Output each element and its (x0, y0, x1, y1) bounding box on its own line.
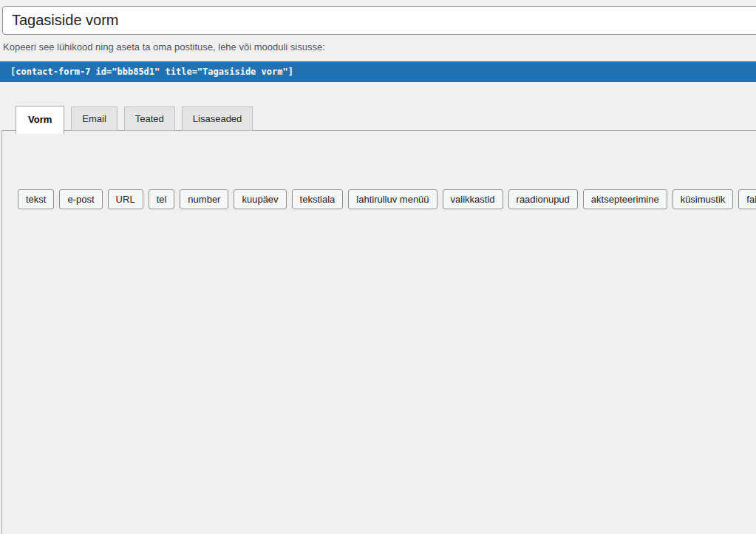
tag-button-url[interactable]: URL (108, 189, 143, 209)
editor-tabs: Vorm Email Teated Lisaseaded (16, 105, 259, 131)
tab-vorm[interactable]: Vorm (16, 106, 64, 134)
tag-button-e-post[interactable]: e-post (59, 189, 102, 209)
tag-button-lahtirulluv-menuu[interactable]: lahtirulluv menüü (348, 189, 437, 209)
shortcode-copy-hint: Kopeeri see lühikood ning aseta ta oma p… (3, 41, 325, 53)
tab-teated[interactable]: Teated (124, 107, 175, 131)
tag-button-tekst[interactable]: tekst (18, 189, 54, 209)
tag-generator-buttons: tekst e-post URL tel number kuupäev teks… (18, 189, 756, 209)
tag-button-raadionupud[interactable]: raadionupud (508, 189, 578, 209)
tab-email[interactable]: Email (71, 107, 118, 131)
tab-lisaseaded[interactable]: Lisaseaded (182, 107, 253, 131)
tag-button-tekstiala[interactable]: tekstiala (292, 189, 344, 209)
tag-button-valikkastid[interactable]: valikkastid (443, 189, 503, 209)
tag-button-kuupaev[interactable]: kuupäev (234, 189, 286, 209)
tag-button-tel[interactable]: tel (149, 189, 175, 209)
form-title-input[interactable] (2, 6, 756, 35)
tag-button-fail[interactable]: fail (738, 189, 756, 209)
tag-button-aktsepteerimine[interactable]: aktsepteerimine (583, 189, 667, 209)
tag-button-number[interactable]: number (180, 189, 228, 209)
tag-button-kusimustik[interactable]: küsimustik (672, 189, 734, 209)
shortcode-input[interactable] (0, 61, 756, 82)
